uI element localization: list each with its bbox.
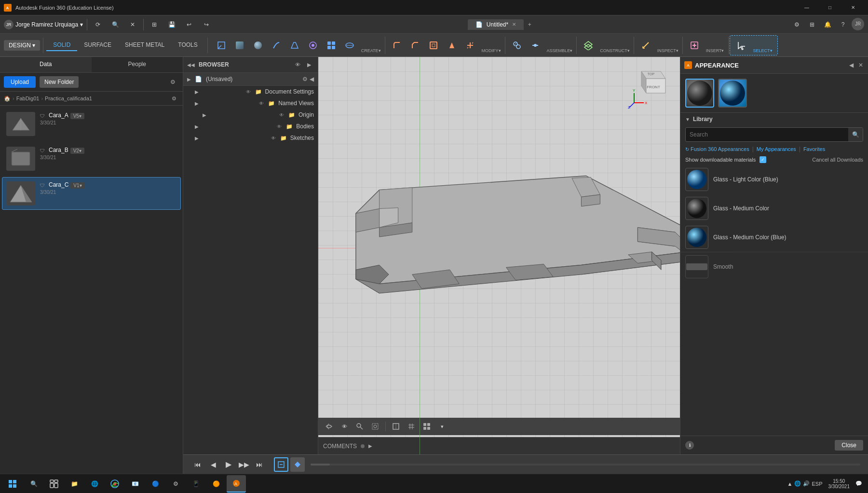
- breadcrumb-home[interactable]: 🏠: [4, 96, 11, 102]
- maximize-button[interactable]: □: [819, 0, 841, 15]
- network-icon[interactable]: 🌐: [794, 480, 801, 487]
- redo-button[interactable]: ↪: [200, 18, 213, 31]
- sync-button[interactable]: ⟳: [91, 18, 105, 31]
- web-button[interactable]: [323, 37, 340, 54]
- taskbar-app4-button[interactable]: 📱: [186, 475, 205, 493]
- user-menu[interactable]: JR Jorge Ramirez Urquiaga ▾: [4, 20, 83, 29]
- anim-rewind-button[interactable]: ⏮: [191, 458, 204, 471]
- frame-select-button[interactable]: [274, 457, 288, 472]
- material-item[interactable]: Glass - Medium Color: [680, 194, 868, 223]
- swatch-dark-glass[interactable]: [685, 79, 714, 108]
- tab-surface[interactable]: SURFACE: [77, 40, 118, 51]
- appearance-expand-button[interactable]: ◀: [848, 61, 854, 69]
- document-tab[interactable]: 📄 Untitled* ✕: [468, 19, 524, 30]
- browser-item-bodies[interactable]: ▶ 👁 📁 Bodies: [183, 121, 318, 132]
- anim-play-button[interactable]: ▶: [222, 458, 235, 471]
- scale-button[interactable]: [461, 37, 479, 54]
- taskbar-explorer-button[interactable]: 📁: [65, 475, 84, 493]
- browser-item-named-views[interactable]: ▶ 👁 📁 Named Views: [183, 97, 318, 109]
- settings-button[interactable]: ⚙: [790, 18, 803, 31]
- extrude-button[interactable]: [231, 37, 248, 54]
- anim-end-button[interactable]: ⏭: [253, 458, 266, 471]
- minimize-button[interactable]: —: [796, 0, 818, 15]
- upload-button[interactable]: Upload: [4, 76, 36, 88]
- anim-prev-button[interactable]: ◀: [206, 458, 220, 471]
- select-button[interactable]: [733, 37, 750, 54]
- close-search-button[interactable]: ✕: [126, 18, 139, 31]
- breadcrumb-practica[interactable]: Practica_calificada1: [45, 96, 92, 101]
- new-tab-button[interactable]: +: [524, 19, 535, 30]
- browser-collapse-button[interactable]: ◀◀: [187, 62, 195, 68]
- browser-more-icon[interactable]: ▶: [304, 60, 314, 69]
- taskbar-search-button[interactable]: 🔍: [24, 475, 43, 493]
- notification-center-icon[interactable]: 💬: [855, 480, 862, 487]
- emboss-button[interactable]: [341, 37, 358, 54]
- material-item[interactable]: Glass - Light Color (Blue): [680, 165, 868, 194]
- downloadable-checkbox[interactable]: ✓: [760, 156, 766, 163]
- measure-button[interactable]: [637, 37, 654, 54]
- breadcrumb-settings[interactable]: ⚙: [169, 94, 179, 103]
- revolve-button[interactable]: [249, 37, 267, 54]
- settings-gear-button[interactable]: ⚙: [166, 76, 179, 88]
- insert-button[interactable]: [686, 37, 703, 54]
- help-button[interactable]: ?: [836, 18, 850, 31]
- info-button[interactable]: ℹ: [685, 441, 694, 450]
- tab-close-button[interactable]: ✕: [512, 22, 516, 27]
- create-sketch-button[interactable]: [213, 37, 230, 54]
- offset-plane-button[interactable]: [580, 37, 597, 54]
- tab-people[interactable]: People: [92, 57, 183, 72]
- visibility-icon[interactable]: 👁: [259, 101, 264, 106]
- library-header[interactable]: ▼ Library: [680, 113, 868, 125]
- anim-next-button[interactable]: ▶▶: [237, 458, 251, 471]
- taskbar-app1-button[interactable]: 📧: [125, 475, 145, 493]
- taskbar-fusion-button[interactable]: A: [227, 475, 246, 493]
- breadcrumb-fabdig[interactable]: FabDig01: [16, 96, 40, 101]
- fillet-button[interactable]: [388, 37, 406, 54]
- settings-icon[interactable]: ⚙: [302, 76, 308, 82]
- visibility-icon[interactable]: 👁: [279, 112, 284, 118]
- design-mode-button[interactable]: DESIGN ▾: [4, 40, 40, 51]
- appearance-close-button[interactable]: Close: [835, 440, 863, 451]
- list-item[interactable]: 🛡 Cara_C V1▾ 3/30/21: [2, 177, 181, 210]
- shell-button[interactable]: [425, 37, 442, 54]
- browser-item-sketches[interactable]: ▶ 👁 📁 Sketches: [183, 132, 318, 144]
- taskbar-edge-button[interactable]: 🌐: [85, 475, 104, 493]
- apps-button[interactable]: ⊞: [805, 18, 819, 31]
- windows-start-button[interactable]: [2, 474, 23, 493]
- tab-tools[interactable]: TOOLS: [171, 40, 204, 51]
- rib-button[interactable]: [304, 37, 322, 54]
- my-appearances-tab[interactable]: My Appearances: [757, 146, 796, 152]
- loft-button[interactable]: [286, 37, 303, 54]
- material-item[interactable]: Glass - Medium Color (Blue): [680, 223, 868, 252]
- new-folder-button[interactable]: New Folder: [40, 76, 79, 88]
- tray-icon1[interactable]: ▲: [787, 481, 793, 487]
- visibility-icon[interactable]: 👁: [277, 124, 282, 129]
- browser-eye-icon[interactable]: 👁: [293, 60, 302, 69]
- file-version[interactable]: V2▾: [70, 148, 84, 154]
- expand-icon[interactable]: ◀: [310, 76, 314, 82]
- search-button[interactable]: 🔍: [108, 18, 122, 31]
- taskbar-app3-button[interactable]: ⚙: [166, 475, 185, 493]
- appearance-close-x-button[interactable]: ✕: [857, 61, 864, 69]
- taskbar-app5-button[interactable]: 🟠: [206, 475, 226, 493]
- tab-solid[interactable]: SOLID: [46, 40, 77, 51]
- fusion-appearances-tab[interactable]: ↻ Fusion 360 Appearances: [685, 146, 749, 152]
- material-item[interactable]: Smooth: [680, 252, 868, 281]
- visibility-icon[interactable]: 👁: [271, 136, 276, 141]
- file-version[interactable]: V1▾: [70, 182, 84, 189]
- visibility-icon[interactable]: 👁: [246, 89, 251, 95]
- account-button[interactable]: JR: [852, 18, 864, 30]
- swatch-blue-glass[interactable]: [718, 79, 747, 108]
- list-item[interactable]: 🛡 Cara_A V5▾ 3/30/21: [2, 108, 181, 140]
- browser-item-document-settings[interactable]: ▶ 👁 📁 Document Settings: [183, 86, 318, 97]
- timeline-bar[interactable]: [311, 464, 860, 466]
- chamfer-button[interactable]: [407, 37, 424, 54]
- taskbar-task-view-button[interactable]: [44, 475, 64, 493]
- draft-button[interactable]: [443, 37, 461, 54]
- keyframe-button[interactable]: [290, 457, 305, 472]
- grid-view-button[interactable]: ⊞: [148, 18, 161, 31]
- favorites-tab[interactable]: Favorites: [803, 146, 825, 152]
- close-button[interactable]: ✕: [842, 0, 864, 15]
- taskbar-app2-button[interactable]: 🔵: [146, 475, 165, 493]
- volume-icon[interactable]: 🔊: [803, 480, 810, 487]
